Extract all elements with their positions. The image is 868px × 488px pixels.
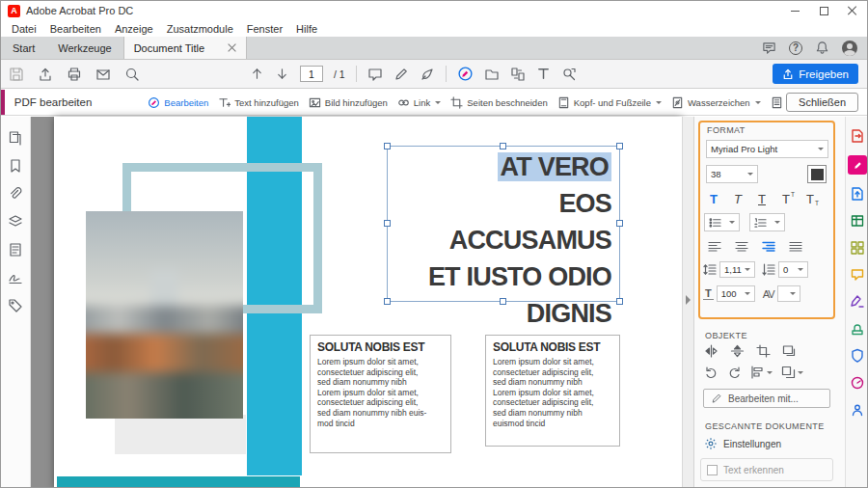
export-pdf-icon[interactable] xyxy=(850,128,865,144)
text-column-2[interactable]: SOLUTA NOBIS EST Lorem ipsum dolor sit a… xyxy=(485,335,620,447)
pencil-icon[interactable] xyxy=(393,67,409,82)
selection-handle-se[interactable] xyxy=(616,298,623,305)
text-erkennen-row[interactable]: Text erkennen xyxy=(700,458,833,481)
text-column-1[interactable]: SOLUTA NOBIS EST Lorem ipsum dolor sit a… xyxy=(310,335,451,453)
schliessen-button[interactable]: Schließen xyxy=(786,93,858,112)
collapse-right-panel-icon[interactable] xyxy=(686,295,691,305)
menu-fenster[interactable]: Fenster xyxy=(240,23,289,35)
document-canvas[interactable]: AT VERO EOS ACCUSAMUS ET IUSTO ODIO DIGN… xyxy=(31,117,682,488)
tool-link[interactable]: Link xyxy=(397,96,441,109)
subscript-button[interactable]: T xyxy=(800,190,821,207)
rotate-left-icon[interactable] xyxy=(704,366,719,379)
help-icon[interactable] xyxy=(789,41,802,55)
email-icon[interactable] xyxy=(95,67,111,82)
font-size-select[interactable]: 38 xyxy=(706,165,758,183)
horizontal-scale-select[interactable]: 100 xyxy=(717,285,755,302)
rotate-right-icon[interactable] xyxy=(727,366,742,379)
attachments-icon[interactable] xyxy=(8,186,23,202)
align-left-button[interactable] xyxy=(703,237,725,255)
comment-tool-icon[interactable] xyxy=(850,267,865,283)
italic-button[interactable]: T xyxy=(727,190,748,207)
tab-close-icon[interactable] xyxy=(228,43,236,52)
font-family-select[interactable]: Myriad Pro Light xyxy=(706,140,828,158)
protect-shield-icon[interactable] xyxy=(850,348,865,364)
tool-text-hinzufuegen[interactable]: Text hinzufügen xyxy=(218,96,299,109)
layers-icon[interactable] xyxy=(8,214,23,230)
font-color-swatch[interactable] xyxy=(807,165,827,183)
character-spacing-select[interactable] xyxy=(777,285,800,302)
fill-sign-icon[interactable] xyxy=(850,294,865,310)
tool-wasserzeichen[interactable]: Wasserzeichen xyxy=(671,96,761,109)
print-icon[interactable] xyxy=(67,67,82,82)
page-gray-block[interactable] xyxy=(115,415,246,454)
tool-bearbeiten[interactable]: Bearbeiten xyxy=(148,96,208,109)
document-heading[interactable]: AT VERO EOS ACCUSAMUS ET IUSTO ODIO DIGN… xyxy=(392,149,611,332)
selection-handle-w[interactable] xyxy=(384,220,391,227)
panel-collapse-strip[interactable] xyxy=(682,117,693,488)
bookmarks-icon[interactable] xyxy=(8,158,23,174)
convert-pages-icon[interactable] xyxy=(510,67,526,82)
page-thumbnails-icon[interactable] xyxy=(8,130,23,146)
flip-vertical-icon[interactable] xyxy=(730,344,745,358)
save-icon[interactable] xyxy=(9,67,24,82)
selection-handle-e[interactable] xyxy=(616,220,623,227)
find-replace-icon[interactable] xyxy=(561,67,577,82)
line-spacing-select[interactable]: 1,11 xyxy=(719,261,755,278)
close-button[interactable] xyxy=(838,1,867,20)
freigeben-button[interactable]: Freigeben xyxy=(773,64,858,84)
tab-document[interactable]: Document Title xyxy=(123,37,247,59)
numbered-list-button[interactable] xyxy=(749,213,785,231)
zoom-icon[interactable] xyxy=(124,67,140,82)
page-photo[interactable] xyxy=(86,211,243,419)
content-panel-icon[interactable] xyxy=(8,242,23,258)
flip-horizontal-icon[interactable] xyxy=(704,344,719,358)
add-text-icon[interactable] xyxy=(536,67,551,81)
superscript-button[interactable]: T xyxy=(775,190,797,207)
align-center-button[interactable] xyxy=(730,237,752,255)
edit-pdf-active-icon[interactable] xyxy=(848,155,867,175)
selection-handle-ne[interactable] xyxy=(616,143,623,149)
previous-page-icon[interactable] xyxy=(250,67,264,81)
edit-pdf-tool-icon[interactable] xyxy=(457,66,474,82)
bold-button[interactable]: T xyxy=(703,190,724,207)
next-page-icon[interactable] xyxy=(275,67,289,81)
selected-text-frame[interactable]: AT VERO EOS ACCUSAMUS ET IUSTO ODIO DIGN… xyxy=(387,146,620,302)
selection-handle-sw[interactable] xyxy=(384,298,391,305)
einstellungen-button[interactable]: Einstellungen xyxy=(704,437,781,450)
organize-pages-icon[interactable] xyxy=(850,240,865,256)
menu-hilfe[interactable]: Hilfe xyxy=(289,23,324,35)
selection-handle-nw[interactable] xyxy=(384,143,391,149)
minimize-button[interactable] xyxy=(780,1,809,20)
tab-start[interactable]: Start xyxy=(1,37,46,59)
tool-seiten-beschneiden[interactable]: Seiten beschneiden xyxy=(450,96,547,109)
folder-icon[interactable] xyxy=(484,67,500,82)
tool-bild-hinzufuegen[interactable]: Bild hinzufügen xyxy=(309,96,388,109)
tags-icon[interactable] xyxy=(8,298,23,313)
crop-object-icon[interactable] xyxy=(756,344,771,358)
menu-datei[interactable]: Datei xyxy=(5,23,43,35)
align-right-button[interactable] xyxy=(757,237,779,255)
align-objects-button[interactable] xyxy=(750,366,773,379)
user-avatar[interactable] xyxy=(842,41,857,56)
signatures-icon[interactable] xyxy=(8,270,23,285)
underline-button[interactable]: T xyxy=(751,190,773,207)
optimize-pdf-icon[interactable] xyxy=(850,375,865,391)
tool-mehr[interactable]: Mehr xyxy=(771,96,786,109)
menu-bearbeiten[interactable]: Bearbeiten xyxy=(43,23,108,35)
feedback-bubble-icon[interactable] xyxy=(762,41,776,55)
bearbeiten-mit-button[interactable]: Bearbeiten mit... xyxy=(703,389,830,408)
accessibility-icon[interactable] xyxy=(850,402,865,418)
ink-signature-icon[interactable] xyxy=(420,67,435,82)
menu-anzeige[interactable]: Anzeige xyxy=(108,23,160,35)
text-erkennen-checkbox[interactable] xyxy=(707,465,718,475)
bullet-list-button[interactable] xyxy=(704,213,740,231)
paragraph-spacing-select[interactable]: 0 xyxy=(778,261,808,278)
tool-kopf-fusszeile[interactable]: Kopf- und Fußzeile xyxy=(557,96,662,109)
export-spreadsheet-icon[interactable] xyxy=(850,213,865,229)
comment-icon[interactable] xyxy=(367,67,383,82)
menu-zusatzmodule[interactable]: Zusatzmodule xyxy=(160,23,240,35)
upload-icon[interactable] xyxy=(38,67,53,82)
align-justify-button[interactable] xyxy=(784,237,806,255)
arrange-objects-button[interactable] xyxy=(781,366,803,379)
page-number-input[interactable]: 1 xyxy=(300,66,323,82)
